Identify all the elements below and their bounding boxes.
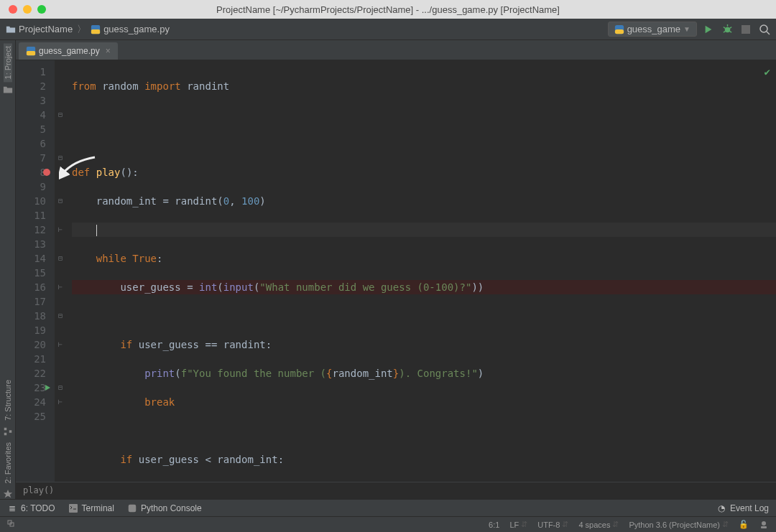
tool-window-favorites[interactable]: 2: Favorites: [4, 439, 12, 486]
bottom-tool-bar: ≣ 6: TODO Terminal Python Console ◔ Even…: [0, 499, 776, 516]
svg-rect-13: [4, 432, 6, 435]
svg-line-7: [729, 27, 731, 29]
terminal-icon: [68, 503, 78, 513]
python-icon: [614, 24, 624, 34]
debug-button[interactable]: [721, 24, 733, 35]
svg-rect-16: [27, 51, 35, 55]
search-button[interactable]: [759, 24, 770, 35]
text-cursor: [96, 225, 97, 236]
svg-point-4: [724, 27, 730, 33]
code-content[interactable]: from random import randint def play(): r…: [66, 60, 776, 482]
run-configuration-label: guess_game: [627, 24, 680, 34]
svg-rect-3: [615, 29, 624, 34]
editor-crumb-trail[interactable]: play(): [16, 482, 776, 499]
window-close-button[interactable]: [9, 5, 17, 14]
tool-window-structure[interactable]: 7: Structure: [4, 377, 12, 424]
folder-icon: [6, 24, 16, 34]
tool-window-terminal[interactable]: Terminal: [68, 503, 114, 513]
event-log-icon: ◔: [716, 503, 726, 513]
editor-tab[interactable]: guess_game.py ×: [19, 42, 118, 60]
status-line-ending[interactable]: LF ⇵: [509, 520, 527, 529]
editor-gutter[interactable]: 1 2 3 4 5 6 7 8 9 10 11 12 13 14 15 16 1…: [16, 60, 55, 482]
window-title: ProjectName [~/PycharmProjects/ProjectNa…: [216, 4, 560, 15]
window-minimize-button[interactable]: [23, 5, 32, 14]
editor-tab-label: guess_game.py: [39, 46, 100, 56]
run-configuration-selector[interactable]: guess_game ▼: [608, 22, 697, 37]
svg-point-21: [762, 521, 766, 526]
close-tab-button[interactable]: ×: [106, 46, 111, 56]
breadcrumb: ProjectName 〉 guess_game.py: [6, 23, 608, 36]
lock-icon[interactable]: 🔓: [739, 520, 749, 530]
folder-icon: [3, 85, 13, 95]
status-cursor-position[interactable]: 6:1: [489, 521, 499, 529]
tool-window-todo[interactable]: ≣ 6: TODO: [7, 503, 55, 513]
editor-area: guess_game.py × ✔ 1 2 3 4 5 6 7 8 9: [16, 40, 776, 499]
status-encoding[interactable]: UTF-8 ⇵: [537, 520, 568, 529]
python-icon: [127, 503, 137, 513]
list-icon: ≣: [7, 503, 17, 513]
run-button[interactable]: [703, 24, 714, 35]
svg-rect-18: [129, 504, 137, 512]
navigation-bar: ProjectName 〉 guess_game.py guess_game ▼: [0, 19, 776, 40]
svg-line-6: [723, 27, 725, 29]
breakpoint-marker[interactable]: [43, 169, 50, 176]
breadcrumb-file[interactable]: guess_game.py: [91, 24, 170, 34]
svg-rect-17: [69, 504, 78, 513]
svg-point-10: [760, 25, 767, 32]
crumb-trail-text: play(): [23, 485, 54, 495]
window-title-bar: ProjectName [~/PycharmProjects/ProjectNa…: [0, 0, 776, 19]
tool-window-project[interactable]: 1: Project: [4, 43, 12, 82]
left-tool-rail: 1: Project 7: Structure 2: Favorites: [0, 40, 16, 499]
inspector-icon[interactable]: [759, 520, 769, 530]
fold-column[interactable]: ⊟ ⊟ ⊟⊢ ⊟ ⊢⊟ ⊢ ⊟⊢: [55, 60, 66, 482]
python-file-icon: [91, 24, 101, 34]
windows-icon[interactable]: [7, 520, 17, 530]
chevron-down-icon: ▼: [683, 25, 690, 33]
python-file-icon: [26, 46, 36, 56]
editor-body[interactable]: ✔ 1 2 3 4 5 6 7 8 9 10 11 12 13: [16, 60, 776, 482]
svg-rect-14: [9, 430, 11, 433]
star-icon: [3, 489, 13, 499]
status-interpreter[interactable]: Python 3.6 (ProjectName) ⇵: [629, 520, 729, 529]
breadcrumb-project[interactable]: ProjectName: [6, 24, 73, 34]
tool-window-python-console[interactable]: Python Console: [127, 503, 202, 513]
status-bar: 6:1 LF ⇵ UTF-8 ⇵ 4 spaces ⇵ Python 3.6 (…: [0, 516, 776, 532]
editor-tabs: guess_game.py ×: [16, 40, 776, 60]
window-maximize-button[interactable]: [37, 5, 46, 14]
structure-icon: [3, 426, 13, 437]
svg-rect-22: [761, 526, 767, 528]
svg-line-11: [767, 32, 770, 34]
breadcrumb-project-label: ProjectName: [19, 24, 73, 34]
chevron-right-icon: 〉: [77, 23, 86, 36]
stop-icon: [742, 25, 750, 34]
run-gutter-icon[interactable]: [45, 385, 50, 391]
stop-button[interactable]: [740, 24, 752, 35]
status-indent[interactable]: 4 spaces ⇵: [578, 520, 619, 529]
svg-rect-1: [91, 29, 100, 34]
tool-window-event-log[interactable]: ◔ Event Log: [716, 503, 769, 513]
breadcrumb-file-label: guess_game.py: [103, 24, 170, 34]
svg-line-8: [723, 31, 725, 32]
svg-line-9: [729, 31, 731, 32]
svg-rect-12: [4, 427, 6, 430]
